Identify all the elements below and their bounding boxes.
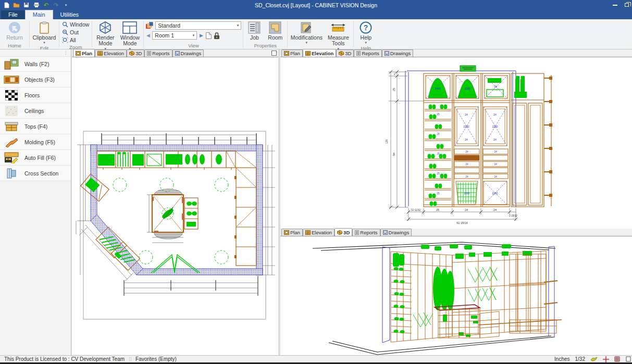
- snap-icon[interactable]: [590, 357, 598, 362]
- favorites-text[interactable]: Favorites (Empty): [135, 356, 177, 362]
- help-button[interactable]: ? Help ▾: [355, 20, 376, 45]
- save-icon[interactable]: [23, 2, 30, 8]
- threed-shoes: [394, 267, 405, 333]
- toolbox-grip[interactable]: ⋮: [64, 51, 68, 55]
- help-icon: ?: [360, 21, 372, 34]
- elevation-pane-tabs: Plan Elevation 3D Reports Drawings: [280, 49, 632, 57]
- render-mode-button[interactable]: Render Mode ▾: [94, 20, 117, 51]
- ceilings-icon: [4, 105, 19, 117]
- tab-main[interactable]: Main: [25, 10, 53, 19]
- minimize-button[interactable]: [613, 5, 617, 6]
- drawings-icon: [385, 51, 389, 56]
- main-area: ⋮ Walls (F2) Objects (F3) Floors Ceiling…: [0, 49, 632, 355]
- sidebar-item-ceilings[interactable]: Ceilings: [0, 103, 71, 119]
- plan-drawing: [72, 57, 278, 355]
- tab-elevation[interactable]: Elevation: [95, 49, 127, 57]
- threed-walls: [382, 246, 554, 343]
- room-properties-button[interactable]: Room: [265, 20, 286, 41]
- units-indicator[interactable]: Inches: [554, 356, 569, 362]
- tab-utilities[interactable]: Utilities: [53, 10, 86, 19]
- lock-icon[interactable]: [214, 32, 220, 40]
- tab-plan[interactable]: Plan: [73, 49, 95, 57]
- elevation-column-3: 24 2280 24 242424 2280: [483, 107, 508, 205]
- room-select[interactable]: Room 1▾: [152, 31, 197, 40]
- redo-icon[interactable]: ↷: [53, 2, 59, 8]
- print-icon[interactable]: [33, 2, 40, 8]
- ribbon-group-properties: Job Room Properties: [243, 19, 287, 49]
- sidebar-item-autofill[interactable]: Auto Fill (F6): [0, 150, 71, 166]
- svg-text:24: 24: [494, 150, 497, 153]
- tab-elevation[interactable]: Elevation: [303, 49, 336, 57]
- page-layout-icon[interactable]: [626, 356, 631, 362]
- zoom-out-button[interactable]: Out: [61, 29, 90, 36]
- reports-icon: [355, 230, 359, 235]
- pane-maximize-button[interactable]: [271, 51, 277, 56]
- reports-icon: [356, 51, 361, 56]
- svg-text:2280: 2280: [464, 87, 470, 90]
- drawings-icon: [175, 51, 180, 56]
- svg-text:24: 24: [493, 113, 497, 116]
- plan-canvas[interactable]: [72, 57, 278, 355]
- elevation-top-doors: 2484 2280 24: [426, 76, 507, 98]
- sidebar-item-molding[interactable]: Molding (F5): [0, 134, 71, 150]
- open-file-icon[interactable]: [13, 2, 20, 8]
- new-room-icon[interactable]: [205, 32, 212, 40]
- prev-room-button[interactable]: ◀: [145, 33, 151, 38]
- molding-icon: [4, 136, 19, 148]
- tab-reports[interactable]: Reports: [144, 49, 172, 57]
- measure-tools-button[interactable]: Measure Tools ▾: [325, 20, 352, 51]
- sidebar-item-objects[interactable]: Objects (F3): [0, 72, 71, 87]
- sidebar-item-walls[interactable]: Walls (F2): [0, 56, 71, 72]
- svg-text:24: 24: [494, 85, 497, 88]
- elevation-shoe-shelves: 25 25 25 25 25: [425, 104, 451, 206]
- threed-pane: Plan Elevation 3D Reports Drawings: [280, 229, 632, 355]
- window-mode-button[interactable]: Window Mode ▾: [118, 20, 142, 51]
- ribbon-group-tools: Modifications ▾ Measure Tools ▾ Tools: [288, 19, 353, 49]
- tab-plan[interactable]: Plan: [281, 49, 303, 57]
- license-text: This Product is Licensed to : CV Develop…: [0, 356, 125, 362]
- svg-text:25: 25: [392, 88, 395, 91]
- new-file-icon[interactable]: [3, 2, 10, 8]
- next-room-button[interactable]: ▶: [199, 33, 204, 38]
- zoom-window-button[interactable]: Window: [61, 21, 90, 28]
- tab-plan[interactable]: Plan: [281, 229, 303, 236]
- svg-text:2280: 2280: [492, 192, 498, 195]
- svg-text:24: 24: [465, 150, 468, 153]
- threed-canvas[interactable]: [280, 236, 632, 355]
- scale-indicator[interactable]: 1/32: [575, 356, 585, 362]
- tab-reports[interactable]: Reports: [352, 229, 380, 236]
- tab-drawings[interactable]: Drawings: [382, 49, 414, 57]
- elevation-right-unit: [511, 73, 552, 207]
- view-style-select[interactable]: Standard▾: [155, 21, 241, 30]
- crosshair-icon[interactable]: [603, 356, 609, 362]
- clipboard-button[interactable]: Clipboard ▾: [31, 20, 57, 45]
- undo-icon[interactable]: ↶: [43, 2, 49, 8]
- tab-drawings[interactable]: Drawings: [380, 229, 412, 236]
- floors-icon: [4, 89, 19, 102]
- sidebar-item-floors[interactable]: Floors: [0, 87, 71, 103]
- tab-reports[interactable]: Reports: [354, 49, 381, 57]
- render-mode-icon: [98, 21, 112, 34]
- modifications-button[interactable]: Modifications ▾: [289, 20, 324, 45]
- tab-elevation[interactable]: Elevation: [303, 229, 334, 236]
- svg-text:24: 24: [465, 175, 468, 178]
- walls-icon: [4, 58, 19, 70]
- grid-icon[interactable]: [614, 356, 621, 362]
- tab-3d[interactable]: 3D: [336, 49, 354, 57]
- svg-text:24: 24: [465, 113, 468, 116]
- sidebar-item-tops[interactable]: Tops (F4): [0, 119, 71, 134]
- plan-icon: [76, 51, 81, 56]
- qat-customize-icon[interactable]: ▾: [63, 2, 69, 8]
- tab-drawings[interactable]: Drawings: [172, 49, 204, 57]
- return-button[interactable]: Return: [2, 20, 28, 41]
- job-icon: [248, 21, 261, 34]
- restore-button[interactable]: [625, 3, 629, 7]
- tab-3d[interactable]: 3D: [334, 228, 352, 236]
- job-properties-button[interactable]: Job: [245, 20, 264, 41]
- zoom-all-button[interactable]: All: [61, 36, 90, 44]
- sidebar-item-cross-section[interactable]: Cross Section: [0, 166, 71, 181]
- tab-3d[interactable]: 3D: [127, 49, 144, 57]
- reports-icon: [147, 51, 151, 56]
- elevation-canvas[interactable]: 2484 2280 24: [280, 57, 632, 229]
- tab-file[interactable]: File: [1, 10, 25, 19]
